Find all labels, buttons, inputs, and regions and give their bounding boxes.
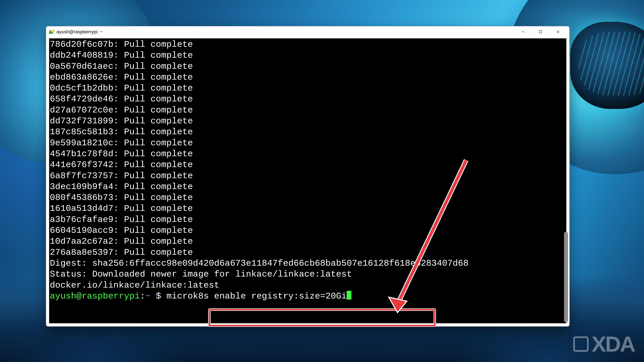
- close-button[interactable]: [549, 27, 567, 36]
- terminal-line: d27a67072c0e: Pull complete: [50, 105, 566, 116]
- terminal-line: 0dc5cf1b2dbb: Pull complete: [50, 83, 566, 94]
- terminal-line: Digest: sha256:6ffaccc98e09d420d6a673e11…: [50, 258, 566, 269]
- prompt-separator: :: [140, 291, 145, 301]
- terminal-prompt-line[interactable]: ayush@raspberrypi:~ $ microk8s enable re…: [50, 291, 566, 302]
- terminal-line: 276a8a8e5397: Pull complete: [50, 247, 566, 258]
- terminal-line: 6a8f7fc73757: Pull complete: [50, 170, 566, 181]
- terminal-viewport[interactable]: 786d20f6c07b: Pull completeddb24f408819:…: [49, 38, 566, 323]
- terminal-line: 9e599a18210c: Pull complete: [50, 138, 566, 148]
- maximize-button[interactable]: [532, 27, 549, 36]
- svg-rect-3: [539, 30, 542, 33]
- terminal-line: dd732f731899: Pull complete: [50, 116, 566, 126]
- terminal-line: 187c85c581b3: Pull complete: [50, 126, 566, 137]
- xda-logo-icon: [573, 336, 589, 352]
- putty-window: ayush@raspberrypi: ~ 786d20f6c07b: Pull …: [46, 26, 570, 327]
- prompt-path: ~: [145, 291, 150, 301]
- terminal-line: 4547b1c78f8d: Pull complete: [50, 148, 566, 159]
- terminal-scrollbar[interactable]: [563, 38, 569, 323]
- close-icon: [556, 30, 560, 34]
- terminal-line: 441e676f3742: Pull complete: [50, 159, 566, 170]
- typed-command: microk8s enable registry:size=20Gi: [166, 291, 347, 301]
- terminal-line: 1610a513d4d7: Pull complete: [50, 203, 566, 214]
- minimize-icon: [521, 30, 525, 34]
- terminal-content[interactable]: 786d20f6c07b: Pull completeddb24f408819:…: [49, 38, 566, 302]
- terminal-line: Status: Downloaded newer image for linka…: [50, 269, 566, 280]
- terminal-line: ebd863a8626e: Pull complete: [50, 72, 566, 83]
- prompt-user-host: ayush@raspberrypi: [50, 291, 140, 301]
- terminal-line: 658f4729de46: Pull complete: [50, 94, 566, 105]
- terminal-line: docker.io/linkace/linkace:latest: [50, 280, 566, 291]
- terminal-line: ddb24f408819: Pull complete: [50, 50, 566, 61]
- terminal-line: 0a5670d61aec: Pull complete: [50, 61, 566, 72]
- terminal-line: 66045190acc9: Pull complete: [50, 225, 566, 236]
- terminal-line: 080f45386b73: Pull complete: [50, 192, 566, 203]
- maximize-icon: [538, 30, 543, 34]
- terminal-line: 3dec109b9fa4: Pull complete: [50, 181, 566, 192]
- prompt-symbol: $: [150, 291, 166, 301]
- terminal-line: a3b76cfafae9: Pull complete: [50, 214, 566, 225]
- xda-watermark: XDA: [573, 333, 634, 355]
- scrollbar-thumb[interactable]: [564, 232, 568, 322]
- titlebar[interactable]: ayush@raspberrypi: ~: [46, 26, 569, 37]
- terminal-cursor: [347, 291, 351, 300]
- terminal-line: 786d20f6c07b: Pull complete: [50, 39, 566, 50]
- putty-icon: [49, 29, 54, 34]
- terminal-line: 10d7aa2c67a2: Pull complete: [50, 236, 566, 247]
- window-title: ayush@raspberrypi: ~: [56, 29, 103, 34]
- minimize-button[interactable]: [514, 27, 532, 36]
- wallpaper-asteroid: [570, 22, 644, 109]
- svg-rect-1: [51, 30, 54, 32]
- xda-logo-text: XDA: [592, 333, 634, 355]
